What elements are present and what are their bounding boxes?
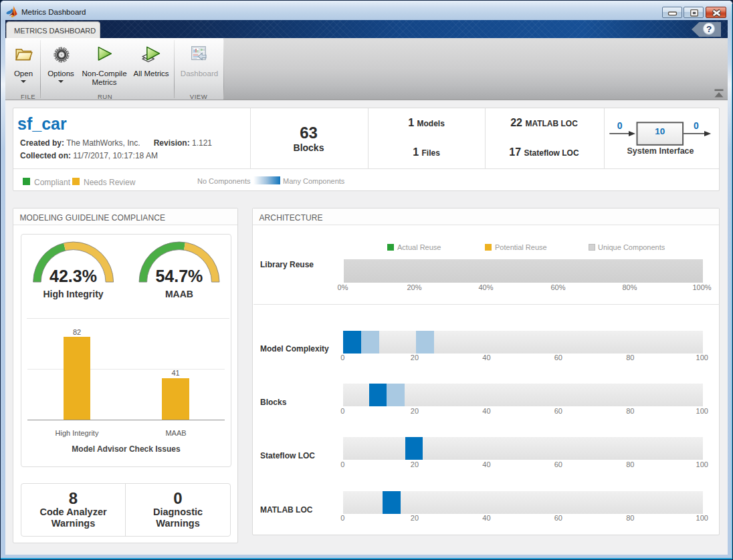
svg-text:0: 0 bbox=[617, 120, 623, 131]
svg-text:0: 0 bbox=[694, 120, 699, 131]
svg-text:10: 10 bbox=[655, 126, 665, 136]
